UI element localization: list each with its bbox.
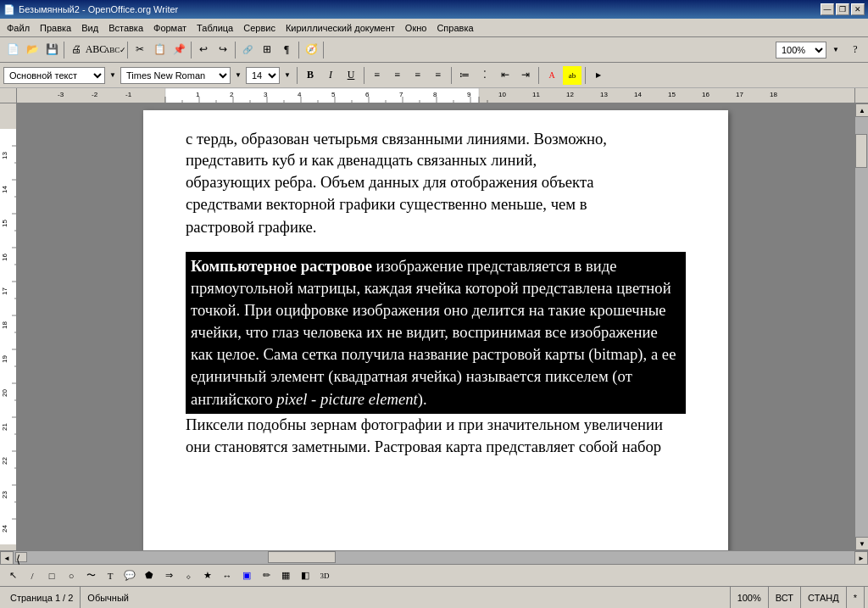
paste-button[interactable]: 📌 — [170, 41, 188, 59]
menu-view[interactable]: Вид — [76, 21, 103, 35]
close-button[interactable]: ✕ — [851, 3, 865, 15]
menu-window[interactable]: Окно — [400, 21, 432, 35]
zoom-arrow[interactable]: ▼ — [826, 41, 845, 59]
line-button[interactable]: / — [23, 567, 42, 584]
underline-button[interactable]: U — [342, 66, 360, 85]
size-arrow[interactable]: ▼ — [281, 66, 293, 85]
text-para1-line4: растровой графике. — [186, 218, 316, 236]
font-arrow[interactable]: ▼ — [232, 66, 244, 85]
new-button[interactable]: 📄 — [3, 41, 22, 59]
document-content: с тердь, образован четырьмя связанными л… — [186, 127, 686, 458]
select-arrow-button[interactable]: ↖ — [3, 567, 22, 584]
restore-button[interactable]: ❐ — [836, 3, 849, 15]
3d-button[interactable]: 3D — [315, 567, 334, 584]
indent-inc-button[interactable]: ⇥ — [516, 66, 535, 85]
connector-button[interactable]: ↔ — [218, 567, 236, 584]
hscroll-left-button[interactable]: ◄ — [0, 551, 14, 565]
save-button[interactable]: 💾 — [42, 41, 61, 59]
table-button[interactable]: ⊞ — [258, 41, 276, 59]
show-chars-button[interactable]: ¶ — [277, 41, 296, 59]
svg-text:19: 19 — [1, 355, 8, 363]
mode3-status: * — [847, 587, 865, 608]
more-format-button[interactable]: ▶ — [589, 66, 608, 85]
highlight-button[interactable]: ab — [563, 66, 581, 85]
flowchart-button[interactable]: ⬦ — [179, 567, 198, 584]
para-style-arrow[interactable]: ▼ — [107, 66, 119, 85]
cut-button[interactable]: ✂ — [131, 41, 149, 59]
scroll-down-button[interactable]: ▼ — [855, 537, 868, 550]
svg-text:23: 23 — [1, 491, 8, 499]
bullets-button[interactable]: ⁚ — [476, 66, 494, 85]
spell-button[interactable]: ABC — [86, 41, 105, 59]
arrow-shapes-button[interactable]: ⇒ — [159, 567, 178, 584]
minimize-button[interactable]: — — [821, 3, 834, 15]
horizontal-scrollbar[interactable]: ◄ ⟨ ► — [0, 550, 868, 564]
open-button[interactable]: 📂 — [23, 41, 42, 59]
scroll-thumb[interactable] — [855, 134, 867, 168]
shapes-button[interactable]: ⬟ — [140, 567, 159, 584]
menu-edit[interactable]: Правка — [35, 21, 76, 35]
sep-fmt2 — [364, 67, 364, 84]
align-center-button[interactable]: ≡ — [388, 66, 407, 85]
hscroll-track[interactable]: ⟨ — [14, 551, 854, 564]
bold-button[interactable]: B — [301, 66, 320, 85]
vertical-scrollbar[interactable]: ▲ ▼ — [854, 103, 868, 550]
navigator-button[interactable]: 🧭 — [302, 41, 320, 59]
redo-button[interactable]: ↪ — [214, 41, 232, 59]
doc-background: с тердь, образован четырьмя связанными л… — [17, 103, 854, 550]
copy-button[interactable]: 📋 — [150, 41, 169, 59]
menu-format[interactable]: Формат — [148, 21, 192, 35]
callout-button[interactable]: 💬 — [120, 567, 139, 584]
align-left-button[interactable]: ≡ — [368, 66, 387, 85]
italic-button[interactable]: I — [321, 66, 340, 85]
drawing-toolbar: ↖ / □ ○ 〜 T 💬 ⬟ ⇒ ⬦ ★ ↔ ▣ ✏ ▦ ◧ 3D — [0, 564, 868, 586]
hscroll-thumb[interactable] — [268, 551, 336, 563]
fill-color-button[interactable]: ▣ — [237, 567, 256, 584]
hyperlink-button[interactable]: 🔗 — [238, 41, 257, 59]
print-preview-button[interactable]: 🖨 — [67, 41, 86, 59]
para-after-highlight: Пиксели подобны зернам фотографии и при … — [186, 414, 686, 458]
freeform-button[interactable]: 〜 — [81, 567, 100, 584]
menu-table[interactable]: Таблица — [192, 21, 238, 35]
area-button[interactable]: ▦ — [276, 567, 295, 584]
mode1-info: ВСТ — [776, 593, 793, 603]
sep-fmt1 — [297, 67, 298, 84]
svg-text:10: 10 — [498, 91, 506, 98]
menu-tools[interactable]: Сервис — [238, 21, 281, 35]
undo-button[interactable]: ↩ — [194, 41, 213, 59]
style-status: Обычный — [81, 587, 730, 608]
align-right-button[interactable]: ≡ — [409, 66, 427, 85]
align-justify-button[interactable]: ≡ — [429, 66, 448, 85]
svg-text:16: 16 — [1, 254, 8, 261]
para-1: представить куб и как двенадцать связанн… — [186, 149, 686, 238]
shadow-button[interactable]: ◧ — [296, 567, 314, 584]
scroll-track[interactable] — [855, 117, 868, 537]
horizontal-ruler: 1 2 3 4 5 6 7 8 9 -1 -2 -3 10 11 12 13 1… — [17, 88, 854, 103]
numbering-button[interactable]: ≔ — [455, 66, 474, 85]
highlighted-text-bold: Компьютерное растровое — [191, 257, 372, 275]
ellipse-button[interactable]: ○ — [62, 567, 81, 584]
paragraph-style-select[interactable]: Основной текст — [3, 67, 105, 84]
text-button[interactable]: T — [101, 567, 120, 584]
menu-help[interactable]: Справка — [431, 21, 478, 35]
menu-insert[interactable]: Вставка — [103, 21, 148, 35]
menu-cyrillic[interactable]: Кириллический документ — [281, 21, 400, 35]
rect-button[interactable]: □ — [42, 567, 61, 584]
stars-button[interactable]: ★ — [198, 567, 217, 584]
menu-file[interactable]: Файл — [2, 21, 35, 35]
highlighted-text-normal: изображение представляется в виде прямоу… — [191, 257, 676, 408]
indent-dec-button[interactable]: ⇤ — [496, 66, 515, 85]
svg-text:12: 12 — [566, 91, 574, 98]
font-size-select[interactable]: 14 — [246, 67, 280, 84]
spell2-button[interactable]: ABC✓ — [106, 41, 125, 59]
svg-text:15: 15 — [668, 91, 676, 98]
help-button[interactable]: ? — [846, 41, 865, 59]
hscroll-left-thumb: ⟨ — [15, 552, 27, 562]
scroll-up-button[interactable]: ▲ — [855, 103, 868, 117]
font-name-select[interactable]: Times New Roman — [120, 67, 231, 84]
font-color-button[interactable]: A — [542, 66, 561, 85]
line-color-button[interactable]: ✏ — [257, 567, 275, 584]
zoom-select[interactable]: 100% — [776, 42, 826, 59]
sep6 — [323, 42, 324, 59]
hscroll-right-button[interactable]: ► — [854, 551, 868, 565]
